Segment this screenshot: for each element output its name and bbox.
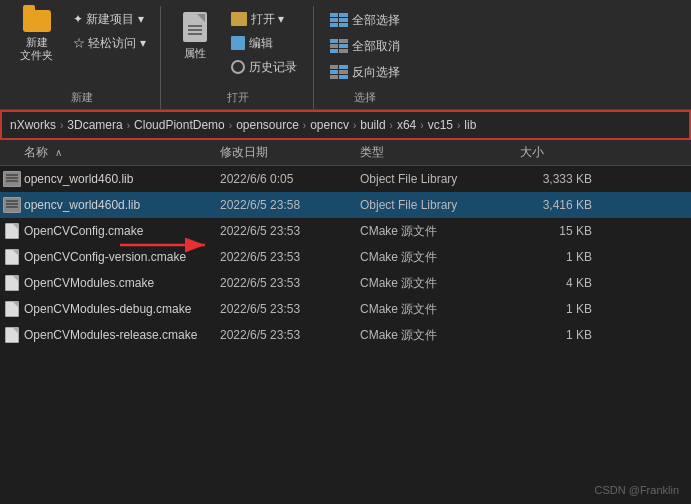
main-content: nXworks › 3Dcamera › CloudPiontDemo › op… [0,110,691,504]
breadcrumb-vc15[interactable]: vc15 [428,118,453,132]
breadcrumb-opensource[interactable]: opensource [236,118,299,132]
history-icon [231,60,245,74]
table-row[interactable]: OpenCVConfig-version.cmake 2022/6/5 23:5… [0,244,691,270]
file-icon [0,275,24,291]
breadcrumb-sep-6: › [390,120,393,131]
header-name[interactable]: 名称 ∧ [0,144,220,161]
open-label: 打开 ▾ [251,11,284,28]
breadcrumb-sep-5: › [353,120,356,131]
breadcrumb-sep-7: › [420,120,423,131]
history-button[interactable]: 历史记录 [225,56,305,78]
sort-indicator: ∧ [55,147,62,158]
file-type: Object File Library [360,198,520,212]
file-list-header: 名称 ∧ 修改日期 类型 大小 [0,140,691,166]
file-date: 2022/6/6 0:05 [220,172,360,186]
quick-access-label: ☆ 轻松访问 ▾ [73,35,146,52]
file-icon [0,249,24,265]
file-name: OpenCVModules-debug.cmake [24,302,220,316]
new-project-button[interactable]: ✦ 新建项目 ▾ [67,8,152,30]
file-size: 3,333 KB [520,172,600,186]
watermark: CSDN @Franklin [594,484,679,496]
edit-icon [231,36,245,50]
file-icon [0,197,24,213]
file-size: 4 KB [520,276,600,290]
invert-label: 反向选择 [352,64,400,81]
header-size[interactable]: 大小 [520,144,600,161]
new-folder-button[interactable]: 新建文件夹 [12,6,61,66]
table-row[interactable]: opencv_world460d.lib 2022/6/5 23:58 Obje… [0,192,691,218]
breadcrumb-sep-4: › [303,120,306,131]
properties-label: 属性 [184,46,206,61]
file-name: OpenCVConfig.cmake [24,224,220,238]
file-list: opencv_world460.lib 2022/6/6 0:05 Object… [0,166,691,504]
cmake-file-icon [5,223,19,239]
file-name: opencv_world460.lib [24,172,220,186]
file-size: 1 KB [520,250,600,264]
cmake-file-icon [5,327,19,343]
breadcrumb-sep-1: › [60,120,63,131]
cmake-file-icon [5,275,19,291]
header-date[interactable]: 修改日期 [220,144,360,161]
breadcrumb-sep-2: › [127,120,130,131]
breadcrumb-sep-8: › [457,120,460,131]
select-group-label: 选择 [354,90,376,109]
breadcrumb-build[interactable]: build [360,118,385,132]
toolbar: 新建文件夹 ✦ 新建项目 ▾ ☆ 轻松访问 ▾ 新建 [0,0,691,110]
properties-button[interactable]: 属性 [171,6,219,66]
new-folder-label: 新建文件夹 [20,36,53,62]
file-name: OpenCVConfig-version.cmake [24,250,220,264]
table-row[interactable]: OpenCVConfig.cmake 2022/6/5 23:53 CMake … [0,218,691,244]
edit-button[interactable]: 编辑 [225,32,305,54]
quick-access-button[interactable]: ☆ 轻松访问 ▾ [67,32,152,54]
file-size: 1 KB [520,302,600,316]
table-row[interactable]: OpenCVModules-release.cmake 2022/6/5 23:… [0,322,691,348]
file-type: Object File Library [360,172,520,186]
table-row[interactable]: OpenCVModules-debug.cmake 2022/6/5 23:53… [0,296,691,322]
open-group-label: 打开 [227,90,249,109]
edit-label: 编辑 [249,35,273,52]
select-all-button[interactable]: 全部选择 [324,9,406,31]
file-icon [0,171,24,187]
lib-file-icon [3,171,21,187]
breadcrumb-sep-3: › [229,120,232,131]
select-none-button[interactable]: 全部取消 [324,35,406,57]
new-group-label: 新建 [71,90,93,109]
file-type: CMake 源文件 [360,223,520,240]
select-none-label: 全部取消 [352,38,400,55]
breadcrumb-cloudpiont[interactable]: CloudPiontDemo [134,118,225,132]
file-icon [0,301,24,317]
file-icon [0,327,24,343]
select-all-label: 全部选择 [352,12,400,29]
file-type: CMake 源文件 [360,301,520,318]
table-row[interactable]: OpenCVModules.cmake 2022/6/5 23:53 CMake… [0,270,691,296]
breadcrumb-nxworks[interactable]: nXworks [10,118,56,132]
toolbar-col-open: 打开 ▾ 编辑 历史记录 [225,6,305,78]
open-button[interactable]: 打开 ▾ [225,8,305,30]
breadcrumb-x64[interactable]: x64 [397,118,416,132]
file-date: 2022/6/5 23:53 [220,250,360,264]
invert-icon [330,65,348,79]
invert-select-button[interactable]: 反向选择 [324,61,406,83]
file-type: CMake 源文件 [360,275,520,292]
breadcrumb-opencv[interactable]: opencv [310,118,349,132]
toolbar-col-new: ✦ 新建项目 ▾ ☆ 轻松访问 ▾ [67,6,152,54]
breadcrumb-3dcamera[interactable]: 3Dcamera [67,118,122,132]
header-name-label: 名称 [24,145,48,159]
toolbar-group-open: 属性 打开 ▾ 编辑 历史记录 打开 [163,6,314,109]
file-date: 2022/6/5 23:58 [220,198,360,212]
header-type-label: 类型 [360,145,384,159]
header-type[interactable]: 类型 [360,144,520,161]
toolbar-group-select: 全部选择 全部取消 反向选择 选择 [316,6,414,109]
table-row[interactable]: opencv_world460.lib 2022/6/6 0:05 Object… [0,166,691,192]
breadcrumb-lib[interactable]: lib [464,118,476,132]
lib-file-icon [3,197,21,213]
select-all-icon [330,13,348,27]
file-date: 2022/6/5 23:53 [220,328,360,342]
new-project-label: ✦ 新建项目 ▾ [73,11,144,28]
header-date-label: 修改日期 [220,145,268,159]
file-name: opencv_world460d.lib [24,198,220,212]
file-name: OpenCVModules-release.cmake [24,328,220,342]
cmake-file-icon [5,249,19,265]
file-date: 2022/6/5 23:53 [220,302,360,316]
file-icon [0,223,24,239]
